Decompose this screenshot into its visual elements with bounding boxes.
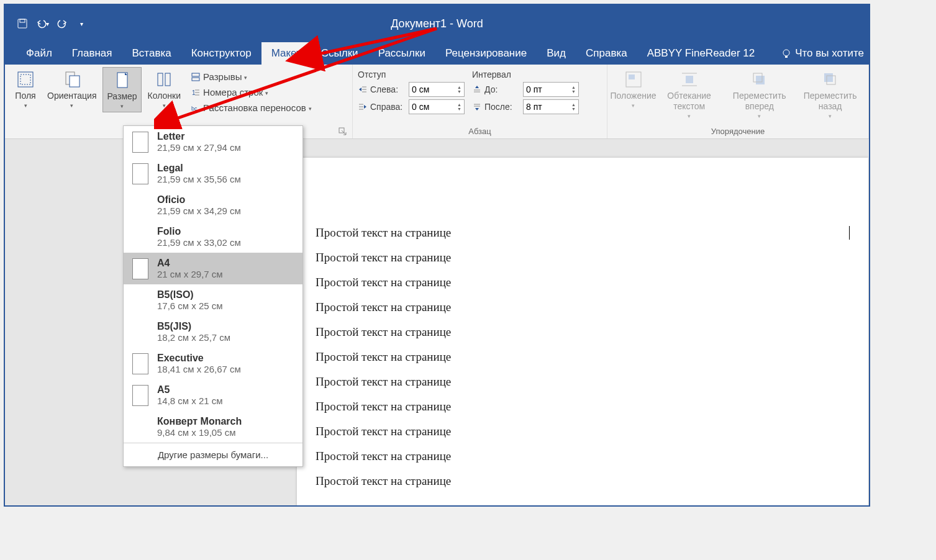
- tab-file[interactable]: Файл: [16, 42, 62, 65]
- bring-forward-button[interactable]: Переместить вперед ▾: [724, 67, 794, 122]
- quick-access-toolbar: ▾ ▾: [5, 5, 99, 42]
- indent-right-input[interactable]: 0 см▲▼: [409, 99, 465, 114]
- margins-label: Поля: [15, 91, 35, 101]
- document-line[interactable]: Простой текст на странице: [316, 251, 850, 264]
- spacing-before-icon: [472, 84, 482, 94]
- breaks-button[interactable]: Разрывы ▾: [187, 70, 316, 84]
- svg-rect-34: [756, 76, 765, 84]
- indent-left-input[interactable]: 0 см▲▼: [409, 82, 465, 97]
- document-line[interactable]: Простой текст на странице: [316, 350, 850, 364]
- group-arrange-label: Упорядочение: [612, 125, 863, 137]
- line-numbers-button[interactable]: 1 Номера строк ▾: [187, 85, 316, 99]
- tab-home[interactable]: Главная: [62, 42, 122, 65]
- svg-rect-36: [824, 73, 833, 82]
- tab-addin[interactable]: ABBYY FineReader 12: [637, 42, 765, 65]
- size-dropdown: Letter21,59 см x 27,94 смLegal21,59 см x…: [123, 125, 303, 467]
- spacing-heading: Интервал: [472, 70, 579, 79]
- tab-view[interactable]: Вид: [537, 42, 576, 65]
- document-line[interactable]: Простой текст на странице: [316, 449, 850, 463]
- qat-customize[interactable]: ▾: [73, 15, 91, 32]
- hyphenation-button[interactable]: bc Расстановка переносов ▾: [187, 101, 316, 115]
- size-option-dim: 21 см x 29,7 см: [157, 269, 294, 279]
- columns-button[interactable]: Колонки ▾: [144, 67, 184, 111]
- line-numbers-icon: 1: [191, 88, 201, 97]
- wrap-text-icon: [679, 70, 699, 89]
- more-paper-sizes[interactable]: Другие размеры бумаги...: [124, 443, 302, 466]
- size-option-name: Oficio: [157, 194, 294, 205]
- size-option-letter[interactable]: Letter21,59 см x 27,94 см: [124, 126, 302, 158]
- tell-me[interactable]: Что вы хотите: [771, 42, 869, 65]
- document-line[interactable]: Простой текст на странице: [316, 300, 850, 314]
- page-icon: [132, 385, 148, 406]
- size-option-oficio[interactable]: Oficio21,59 см x 34,29 см: [124, 189, 302, 221]
- document-line[interactable]: Простой текст на странице: [316, 375, 850, 389]
- spacing-after-input[interactable]: 8 пт▲▼: [523, 99, 579, 114]
- document-page[interactable]: Простой текст на страницеПростой текст н…: [297, 158, 868, 507]
- document-line[interactable]: Простой текст на странице: [316, 474, 850, 488]
- dropdown-arrow-icon: ▾: [70, 102, 73, 109]
- document-line[interactable]: Простой текст на странице: [316, 226, 850, 240]
- size-option--monarch[interactable]: Конверт Monarch9,84 см x 19,05 см: [124, 411, 302, 443]
- spacing-after-icon: [472, 102, 482, 112]
- wrap-text-button[interactable]: Обтекание текстом ▾: [657, 67, 722, 122]
- size-label: Размер: [107, 91, 137, 102]
- size-option-b5-iso-[interactable]: B5(ISO)17,6 см x 25 см: [124, 284, 302, 316]
- position-label: Положение: [611, 91, 657, 101]
- size-option-name: B5(ISO): [157, 289, 294, 300]
- size-option-name: Legal: [157, 163, 294, 174]
- tab-mailings[interactable]: Рассылки: [368, 42, 435, 65]
- size-option-executive[interactable]: Executive18,41 см x 26,67 см: [124, 348, 302, 379]
- dialog-launcher-icon[interactable]: [339, 127, 347, 136]
- size-option-dim: 21,59 см x 35,56 см: [157, 174, 294, 184]
- document-line[interactable]: Простой текст на странице: [316, 276, 850, 289]
- size-option-legal[interactable]: Legal21,59 см x 35,56 см: [124, 158, 302, 189]
- size-option-dim: 18,41 см x 26,67 см: [157, 364, 294, 374]
- orientation-button[interactable]: Ориентация ▾: [43, 67, 100, 111]
- size-option-folio[interactable]: Folio21,59 см x 33,02 см: [124, 221, 302, 253]
- spacing-before-label: До:: [484, 84, 520, 94]
- tab-layout[interactable]: Макет: [261, 42, 311, 65]
- columns-label: Колонки: [148, 91, 181, 101]
- tab-review[interactable]: Рецензирование: [435, 42, 537, 65]
- size-option-a5[interactable]: A514,8 см x 21 см: [124, 379, 302, 411]
- margins-button[interactable]: Поля ▾: [10, 67, 41, 111]
- redo-button[interactable]: [53, 15, 71, 32]
- document-line[interactable]: Простой текст на странице: [316, 325, 850, 339]
- position-button[interactable]: Положение ▾: [612, 67, 654, 111]
- tell-me-label: Что вы хотите: [795, 47, 864, 60]
- tab-design[interactable]: Конструктор: [181, 42, 261, 65]
- size-option-name: A4: [157, 258, 294, 269]
- size-option-dim: 17,6 см x 25 см: [157, 300, 294, 311]
- size-option-a4[interactable]: A421 см x 29,7 см: [124, 253, 302, 284]
- size-option-b5-jis-[interactable]: B5(JIS)18,2 см x 25,7 см: [124, 316, 302, 348]
- ribbon-tabs: Файл Главная Вставка Конструктор Макет С…: [5, 42, 869, 65]
- svg-text:bc: bc: [191, 106, 198, 112]
- size-option-dim: 21,59 см x 33,02 см: [157, 237, 294, 248]
- send-backward-button[interactable]: Переместить назад ▾: [797, 67, 863, 122]
- undo-button[interactable]: ▾: [34, 15, 51, 32]
- svg-rect-9: [158, 73, 163, 86]
- save-button[interactable]: [14, 15, 31, 32]
- tab-insert[interactable]: Вставка: [122, 42, 181, 65]
- window-title: Документ1 - Word: [391, 17, 483, 30]
- page-icon: [132, 258, 148, 279]
- indent-right-label: Справа:: [370, 102, 406, 112]
- spacing-after-label: После:: [484, 102, 520, 112]
- size-option-name: Letter: [157, 131, 294, 142]
- size-button[interactable]: Размер ▾: [102, 67, 141, 112]
- spacing-before-input[interactable]: 0 пт▲▼: [523, 82, 579, 97]
- breaks-label: Разрывы: [203, 71, 242, 82]
- tab-references[interactable]: Ссылки: [311, 42, 368, 65]
- size-option-dim: 9,84 см x 19,05 см: [157, 427, 294, 438]
- size-option-dim: 21,59 см x 27,94 см: [157, 142, 294, 153]
- document-line[interactable]: Простой текст на странице: [316, 425, 850, 438]
- svg-rect-31: [686, 76, 693, 83]
- indent-heading: Отступ: [358, 70, 465, 79]
- document-line[interactable]: Простой текст на странице: [316, 400, 850, 413]
- send-backward-icon: [820, 70, 840, 89]
- orientation-icon: [62, 70, 82, 89]
- svg-rect-10: [165, 73, 170, 86]
- svg-rect-1: [20, 19, 25, 22]
- svg-rect-0: [18, 19, 27, 28]
- tab-help[interactable]: Справка: [576, 42, 637, 65]
